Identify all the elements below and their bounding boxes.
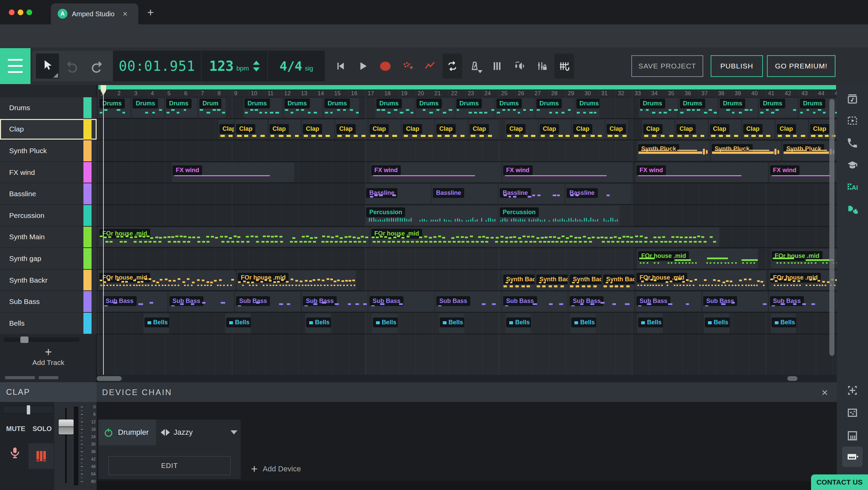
clip-drums[interactable]: Drums <box>323 98 359 118</box>
add-device-button[interactable]: + Add Device <box>251 462 301 475</box>
clip-synth-backr[interactable]: Synth Backr <box>602 270 634 290</box>
clip-synth-gap[interactable]: FOr house .mid <box>771 249 837 268</box>
preset-dropdown-icon[interactable] <box>231 430 237 434</box>
clip-bassline[interactable]: Bassline <box>499 184 565 204</box>
bar-ruler[interactable] <box>97 89 837 97</box>
clip-clap[interactable]: Clap <box>218 120 234 139</box>
clip-clap[interactable]: Clap <box>469 120 498 139</box>
clip-clap[interactable]: Clap <box>235 120 267 139</box>
mic-input-icon[interactable] <box>8 446 23 462</box>
clip-bells[interactable]: Bells <box>637 313 663 333</box>
clip-drums[interactable]: Drums <box>165 98 197 118</box>
plugins-icon[interactable] <box>842 199 863 220</box>
close-window-button[interactable] <box>9 9 15 15</box>
clip-synth-backr[interactable]: FOr house .mid <box>98 270 236 290</box>
clip-clap[interactable]: Clap <box>572 120 604 139</box>
clip-clap[interactable]: Clap <box>269 120 301 139</box>
clip-fx-wind[interactable]: FX wind <box>502 163 633 182</box>
clip-fx-wind[interactable]: FX wind <box>769 163 837 182</box>
record-icon[interactable] <box>375 54 395 79</box>
virtual-keyboard-icon[interactable] <box>487 54 507 79</box>
clip-drums[interactable]: Drums <box>759 98 798 118</box>
clip-drums[interactable]: Drums <box>415 98 454 118</box>
clip-bassline[interactable]: Bassline <box>365 184 431 204</box>
clip-sub-bass[interactable]: Sub Bass <box>769 292 835 311</box>
clip-clap[interactable]: Clap <box>606 120 628 139</box>
clip-drums[interactable]: Drums <box>243 98 282 118</box>
clip-synth-backr[interactable]: Synth Backr <box>502 270 534 290</box>
clip-drums[interactable]: Drums <box>495 98 534 118</box>
clip-fx-wind[interactable]: FX wind <box>635 163 768 182</box>
contact-us-button[interactable]: CONTACT US <box>811 474 868 490</box>
clip-clap[interactable]: Clap <box>642 120 674 139</box>
phone-support-icon[interactable] <box>842 133 863 153</box>
clip-clap[interactable]: Clap <box>742 120 774 139</box>
publish-button[interactable]: PUBLISH <box>711 55 763 77</box>
clip-drums[interactable]: Drums <box>132 98 164 118</box>
track-row-fx-wind[interactable]: FX wind <box>0 162 97 183</box>
clip-synth-gap[interactable]: FOr house .mid <box>637 249 758 268</box>
clip-sub-bass[interactable]: Sub Bass <box>635 292 701 311</box>
clip-bells[interactable]: Bells <box>143 313 169 333</box>
clip-clap[interactable]: Clap <box>539 120 571 139</box>
track-row-sub-bass[interactable]: Sub Bass <box>0 291 97 312</box>
track-zoom-slider[interactable] <box>3 338 80 342</box>
device-power-cell[interactable]: Drumpler <box>98 420 156 445</box>
track-row-synth-backr[interactable]: Synth Backr <box>0 270 97 291</box>
clip-clap[interactable]: Clap <box>335 120 368 139</box>
preset-name[interactable]: Jazzy <box>174 428 193 437</box>
clip-fx-wind[interactable]: FX wind <box>172 163 294 182</box>
clip-clap[interactable]: Clap <box>505 120 537 139</box>
track-row-synth-pluck[interactable]: Synth Pluck <box>0 140 97 161</box>
clip-synth-pluck[interactable]: Synth Pluck <box>637 141 709 161</box>
clip-bassline[interactable]: Bassline <box>566 184 631 204</box>
clip-clap[interactable]: Clap <box>302 120 334 139</box>
clip-drums[interactable]: Drums <box>719 98 758 118</box>
bpm-control[interactable]: 123 bpm <box>201 51 268 81</box>
clip-synth-backr[interactable]: FOr house .mid <box>237 270 356 290</box>
talkback-icon[interactable] <box>510 54 529 79</box>
clip-drums[interactable]: Drums <box>455 98 494 118</box>
save-project-button[interactable]: SAVE PROJECT <box>631 55 703 77</box>
mixer-lock-icon[interactable] <box>532 54 552 79</box>
clip-bassline[interactable]: Bassline <box>432 184 498 204</box>
clip-synth-backr[interactable]: Synth Backr <box>535 270 568 290</box>
pan-slider[interactable] <box>3 406 54 413</box>
clip-sub-bass[interactable]: Sub Bass <box>235 292 301 311</box>
browser-tab[interactable]: A Amped Studio × <box>51 3 138 24</box>
track-row-bassline[interactable]: Bassline <box>0 183 97 204</box>
minimize-window-button[interactable] <box>18 9 23 15</box>
clip-sub-bass[interactable]: Sub Bass <box>102 292 167 311</box>
add-track-plus-icon[interactable]: + <box>0 345 97 359</box>
preset-prev-next-icons[interactable] <box>161 429 170 436</box>
metronome-icon[interactable] <box>465 54 485 79</box>
clip-drums[interactable]: Drums <box>283 98 322 118</box>
clip-synth-main[interactable]: FOr house .mid <box>370 227 719 247</box>
main-menu-button[interactable] <box>0 48 31 84</box>
time-signature[interactable]: 4/4 sig <box>268 51 325 81</box>
clip-sub-bass[interactable]: Sub Bass <box>502 292 568 311</box>
clip-drums[interactable]: Drums <box>575 98 599 118</box>
track-row-synth-gap[interactable]: Synth gap <box>0 248 97 269</box>
clip-sub-bass[interactable]: Sub Bass <box>435 292 501 311</box>
bpm-stepper[interactable] <box>253 61 260 72</box>
track-row-synth-main[interactable]: Synth Main <box>0 227 97 248</box>
mute-button[interactable]: MUTE <box>6 425 25 433</box>
clip-sub-bass[interactable]: Sub Bass <box>169 292 234 311</box>
redo-icon[interactable] <box>89 58 105 75</box>
clip-clap[interactable]: Clap <box>776 120 808 139</box>
clip-clap[interactable]: Clap <box>675 120 708 139</box>
video-tutorials-icon[interactable] <box>842 110 863 131</box>
clip-bells[interactable]: Bells <box>372 313 398 333</box>
clip-bells[interactable]: Bells <box>439 313 465 333</box>
arrangement-area[interactable]: 1234567891011121314151617181920212223242… <box>97 85 837 382</box>
loop-icon[interactable] <box>442 54 462 79</box>
clip-bells[interactable]: Bells <box>305 313 331 333</box>
clip-drums[interactable]: Drum <box>198 98 226 118</box>
clip-synth-pluck[interactable]: Synth Pluck <box>782 141 836 161</box>
clip-synth-main[interactable]: FOr house .mid <box>98 227 369 247</box>
clip-sub-bass[interactable]: Sub Bass <box>569 292 634 311</box>
close-icon[interactable]: × <box>822 386 828 399</box>
clip-bells[interactable]: Bells <box>505 313 531 333</box>
clip-drums[interactable]: Drums <box>679 98 718 118</box>
